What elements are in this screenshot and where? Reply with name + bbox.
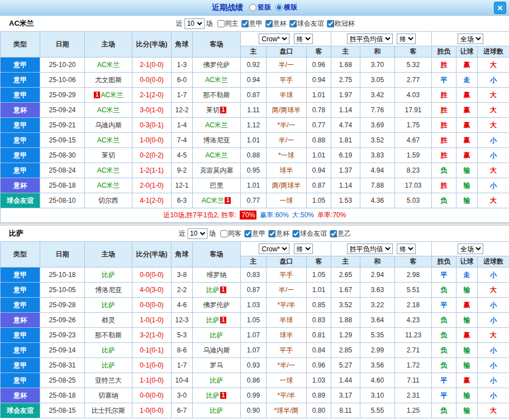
league-type-cell: 意杯: [1, 313, 40, 328]
match-row: 意甲25-10-18比萨0-0(0-0)3-8维罗纳0.83平手1.052.65…: [1, 268, 509, 283]
layout-radio-option[interactable]: 横版: [275, 3, 297, 12]
league-type-cell: 意杯: [1, 103, 40, 118]
score-cell: 1-1(0-0): [132, 373, 172, 388]
filter-欧冠杯[interactable]: 欧冠杯: [327, 19, 355, 28]
europe-odds-group-header: 胜平负均值 终: [331, 32, 432, 46]
filter-同客[interactable]: 同客: [220, 229, 241, 238]
asia-home-odds-cell: 0.88: [241, 148, 267, 163]
scope-select[interactable]: 全场: [458, 34, 483, 44]
result-goals-cell: 小: [478, 358, 509, 373]
euro-home-odds-cell: 5.27: [331, 358, 360, 373]
europe-odds-type-select[interactable]: 胜平负均值: [347, 34, 393, 44]
filter-checkbox[interactable]: [268, 230, 275, 237]
euro-home-odds-cell: 2.75: [331, 73, 360, 88]
recent-count-select[interactable]: 10: [187, 228, 207, 239]
euro-home-odds-cell: 1.97: [331, 88, 360, 103]
match-row: 意甲25-10-20AC米兰2-1(0-0)1-3佛罗伦萨0.92半/一0.96…: [1, 58, 509, 73]
subheader-euro-home: 主: [331, 256, 360, 268]
filter-同主[interactable]: 同主: [217, 19, 239, 28]
filter-label: 球会友谊: [300, 229, 327, 238]
home-team-cell: 比士托尔斯: [85, 403, 132, 418]
asia-home-odds-cell: 1.01: [241, 178, 267, 193]
filter-checkbox[interactable]: [217, 20, 225, 27]
euro-away-odds-cell: 17.03: [395, 178, 432, 193]
result-outcome-cell: 负: [432, 163, 456, 178]
team-name-text: 莱切: [206, 106, 220, 114]
asia-home-odds-cell: 0.95: [241, 163, 267, 178]
match-row: 意甲25-09-14比萨0-1(0-1)8-6乌迪内斯1.07平手0.842.8…: [1, 343, 509, 358]
league-type-cell: 意甲: [1, 133, 40, 148]
layout-radio[interactable]: [275, 4, 283, 11]
filter-意乙[interactable]: 意乙: [330, 229, 351, 238]
asia-odds-time-select[interactable]: 终: [294, 34, 313, 44]
result-handicap-cell: 赢: [456, 103, 478, 118]
asia-away-odds-cell: 0.80: [307, 403, 331, 418]
subheader-euro-home: 主: [331, 46, 360, 58]
home-team-cell: 比萨: [85, 268, 132, 283]
header-away: 客场: [193, 242, 241, 268]
odds-company-select[interactable]: Crow*: [259, 34, 289, 44]
away-team-cell: 博洛尼亚: [193, 133, 241, 148]
asia-odds-time-select[interactable]: 终: [294, 244, 313, 254]
filter-球会友谊[interactable]: 球会友谊: [292, 229, 327, 238]
asia-away-odds-cell: 0.77: [307, 118, 331, 133]
filter-checkbox[interactable]: [292, 230, 299, 237]
euro-home-odds-cell: 1.37: [331, 163, 360, 178]
home-team-cell: 切塞纳: [85, 388, 132, 403]
europe-odds-time-select[interactable]: 终: [397, 244, 416, 254]
match-row: 意甲25-09-28比萨0-0(0-0)4-6佛罗伦萨1.03*平/半0.853…: [1, 298, 509, 313]
away-team-cell: 乌迪内斯: [193, 343, 241, 358]
euro-home-odds-cell: 4.74: [331, 118, 360, 133]
result-outcome-cell: 负: [432, 403, 456, 418]
team-name-text: AC米兰: [101, 91, 123, 99]
filter-checkbox[interactable]: [265, 20, 273, 27]
close-button[interactable]: ✕: [494, 2, 506, 14]
layout-radio-option[interactable]: 竖版: [249, 3, 271, 12]
filter-checkbox[interactable]: [220, 230, 227, 237]
odds-company-select[interactable]: Crow*: [259, 244, 289, 254]
match-row: 意甲25-08-30莱切0-2(0-2)4-5AC米兰0.88*一球1.016.…: [1, 148, 509, 163]
score-cell: 2-1(2-0): [132, 88, 172, 103]
corner-cell: 3-8: [172, 268, 193, 283]
asia-home-odds-cell: 0.93: [241, 358, 267, 373]
home-team-cell: 都灵: [85, 313, 132, 328]
red-1-badge: 1: [220, 107, 226, 113]
scope-select[interactable]: 全场: [458, 244, 483, 254]
filter-checkbox[interactable]: [244, 230, 251, 237]
away-team-cell: 罗马: [193, 358, 241, 373]
filter-意甲[interactable]: 意甲: [241, 19, 263, 28]
euro-draw-odds-cell: 3.63: [360, 283, 395, 298]
filter-checkbox[interactable]: [327, 20, 334, 27]
europe-odds-type-select[interactable]: 胜平负均值: [347, 244, 393, 254]
filter-checkbox[interactable]: [289, 20, 297, 27]
result-goals-cell: 大: [478, 58, 509, 73]
filter-意甲[interactable]: 意甲: [244, 229, 265, 238]
recent-count-select[interactable]: 10: [184, 18, 204, 29]
filter-checkbox[interactable]: [330, 230, 337, 237]
league-type-cell: 意杯: [1, 388, 40, 403]
filter-意杯[interactable]: 意杯: [268, 229, 289, 238]
filter-controls: 近 10 场 同主意甲意杯球会友谊欧冠杯: [176, 18, 355, 29]
result-handicap-cell: 走: [456, 268, 478, 283]
subheader-handicap-result: 让球: [456, 256, 478, 268]
europe-odds-time-select[interactable]: 终: [397, 34, 416, 44]
euro-home-odds-cell: 3.17: [331, 388, 360, 403]
subheader-outcome: 胜负: [432, 46, 456, 58]
subheader-handicap: 盘口: [267, 256, 307, 268]
team-name-text: 莱切: [102, 151, 115, 159]
layout-radio-group: 竖版横版: [249, 3, 297, 12]
asia-away-odds-cell: 1.01: [307, 148, 331, 163]
header-score: 比分(半场): [132, 242, 172, 268]
layout-radio[interactable]: [249, 4, 256, 11]
team-name-text: 比萨: [102, 346, 115, 354]
filter-球会友谊[interactable]: 球会友谊: [289, 19, 324, 28]
filter-checkbox[interactable]: [241, 20, 249, 27]
team-name-text: 比萨: [210, 407, 223, 414]
result-handicap-cell: 赢: [456, 58, 478, 73]
team-name-text: 切塞纳: [98, 392, 118, 399]
filter-意杯[interactable]: 意杯: [265, 19, 287, 28]
euro-away-odds-cell: 1.72: [395, 358, 432, 373]
euro-draw-odds-cell: 7.76: [360, 103, 395, 118]
red-1-badge: 1: [220, 287, 226, 293]
asia-away-odds-cell: 0.94: [307, 73, 331, 88]
